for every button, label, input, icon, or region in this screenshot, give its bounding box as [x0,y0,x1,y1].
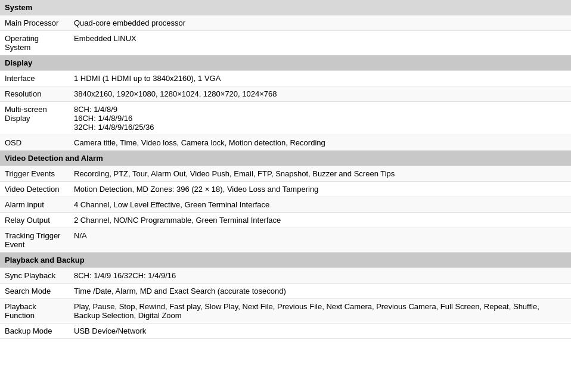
row-label: Backup Mode [0,323,69,339]
row-label: Alarm input [0,197,69,213]
row-label: Video Detection [0,182,69,197]
row-label: Relay Output [0,213,69,228]
section-header-display: Display [0,55,571,71]
row-label: Sync Playback [0,268,69,284]
row-value: Recording, PTZ, Tour, Alarm Out, Video P… [69,166,571,182]
row-value: 2 Channel, NO/NC Programmable, Green Ter… [69,213,571,228]
row-value: N/A [69,228,571,253]
row-label: Interface [0,71,69,86]
row-label: Main Processor [0,15,69,31]
row-label: Trigger Events [0,166,69,182]
row-value: 3840x2160, 1920×1080, 1280×1024, 1280×72… [69,86,571,102]
row-value: 1 HDMI (1 HDMI up to 3840x2160), 1 VGA [69,71,571,86]
section-header-video-detection-and-alarm: Video Detection and Alarm [0,151,571,166]
row-value: Quad-core embedded processor [69,15,571,31]
row-label: Tracking Trigger Event [0,228,69,253]
row-value: 8CH: 1/4/9 16/32CH: 1/4/9/16 [69,268,571,284]
row-label: OSD [0,135,69,151]
row-value: Camera title, Time, Video loss, Camera l… [69,135,571,151]
row-label: Playback Function [0,299,69,323]
row-value: 8CH: 1/4/8/916CH: 1/4/8/9/1632CH: 1/4/8/… [69,102,571,135]
row-label: Operating System [0,31,69,55]
section-header-playback-and-backup: Playback and Backup [0,253,571,268]
row-value: Play, Pause, Stop, Rewind, Fast play, Sl… [69,299,571,323]
row-label: Search Mode [0,284,69,299]
row-value: Time /Date, Alarm, MD and Exact Search (… [69,284,571,299]
row-label: Resolution [0,86,69,102]
system-header: System [0,0,571,15]
row-value: Embedded LINUX [69,31,571,55]
row-value: USB Device/Network [69,323,571,339]
spec-table: SystemMain ProcessorQuad-core embedded p… [0,0,571,339]
row-value: Motion Detection, MD Zones: 396 (22 × 18… [69,182,571,197]
row-value: 4 Channel, Low Level Effective, Green Te… [69,197,571,213]
row-label: Multi-screen Display [0,102,69,135]
